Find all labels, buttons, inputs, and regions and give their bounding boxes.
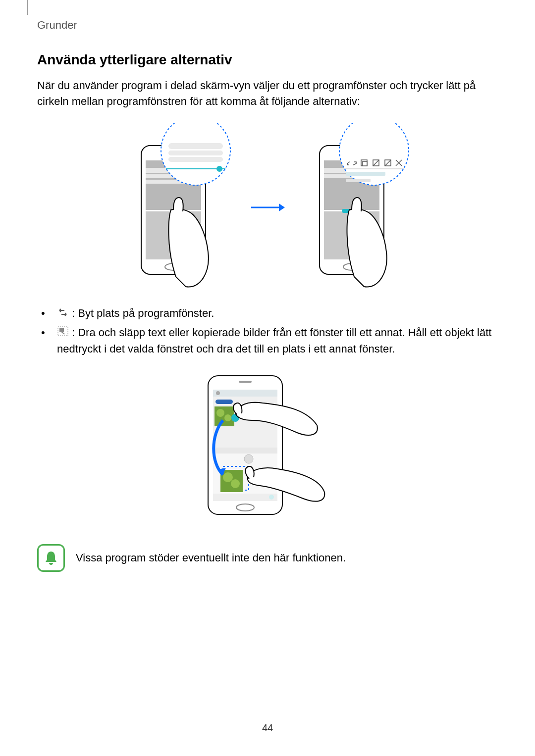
svg-rect-37 <box>346 179 371 182</box>
note-text: Vissa program stöder eventuellt inte den… <box>76 552 346 564</box>
illustration-tap-divider <box>121 123 235 292</box>
illustration-options-bar <box>300 123 414 292</box>
list-item-swap-text: : Byt plats på programfönster. <box>72 307 214 319</box>
svg-point-58 <box>231 479 240 488</box>
swap-windows-icon <box>57 306 69 322</box>
list-item-drag-text: : Dra och släpp text eller kopierade bil… <box>57 326 491 355</box>
svg-rect-45 <box>213 390 277 397</box>
svg-rect-12 <box>168 157 223 162</box>
page-margin-line <box>27 0 28 15</box>
intro-paragraph: När du använder program i delad skärm-vy… <box>37 78 498 109</box>
svg-rect-39 <box>59 328 64 332</box>
list-item-swap: : Byt plats på programfönster. <box>52 305 498 322</box>
list-item-drag: : Dra och släpp text eller kopierade bil… <box>52 325 498 357</box>
svg-point-46 <box>216 391 220 395</box>
svg-rect-36 <box>346 172 385 176</box>
svg-point-54 <box>244 454 253 463</box>
illustration-drag-drop <box>193 371 342 519</box>
arrow-right-icon <box>250 200 285 215</box>
svg-rect-53 <box>213 448 277 454</box>
svg-rect-11 <box>168 151 223 155</box>
options-list: : Byt plats på programfönster. : Dra och… <box>37 305 498 357</box>
svg-rect-59 <box>213 494 277 501</box>
svg-rect-56 <box>220 470 243 492</box>
svg-point-26 <box>339 123 409 185</box>
drag-content-icon <box>57 325 69 341</box>
figure-drag-drop <box>37 371 498 519</box>
svg-rect-48 <box>214 406 234 426</box>
svg-point-60 <box>269 495 274 500</box>
svg-rect-47 <box>215 400 233 404</box>
svg-marker-16 <box>279 203 285 211</box>
svg-rect-10 <box>168 143 223 149</box>
page-number: 44 <box>0 722 535 734</box>
svg-rect-28 <box>363 161 367 166</box>
header-section-label: Grunder <box>37 19 77 32</box>
page-content: Använda ytterligare alternativ När du an… <box>37 52 498 572</box>
note-row: Vissa program stöder eventuellt inte den… <box>37 544 498 572</box>
svg-point-14 <box>216 166 222 172</box>
note-bell-icon <box>37 544 65 572</box>
svg-point-50 <box>224 414 231 421</box>
svg-rect-43 <box>239 381 252 383</box>
svg-point-57 <box>223 472 233 482</box>
svg-point-49 <box>216 409 224 417</box>
figure-split-screen-options <box>37 123 498 292</box>
section-title: Använda ytterligare alternativ <box>37 52 498 68</box>
